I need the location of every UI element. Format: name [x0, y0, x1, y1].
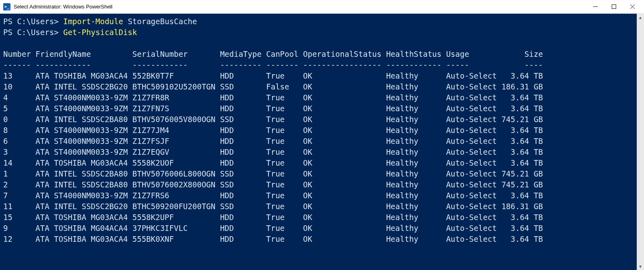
scroll-up-icon[interactable]: ▲: [637, 14, 644, 21]
terminal-area[interactable]: PS C:\Users> Import-Module StorageBusCac…: [0, 14, 644, 270]
table-row: 10 ATA INTEL SSDSC2BG20 BTHC509102U5200T…: [3, 81, 634, 92]
table-row: 6 ATA ST4000NM0033-9ZM Z1Z7FSJF HDD True…: [3, 136, 634, 147]
scroll-down-icon[interactable]: ▼: [637, 263, 644, 270]
window-titlebar: >_ Select Administrator: Windows PowerSh…: [0, 0, 644, 14]
cmdlet: Get-PhysicalDisk: [63, 28, 137, 37]
vertical-scrollbar[interactable]: ▲ ▼: [637, 14, 644, 270]
command-line: PS C:\Users> Import-Module StorageBusCac…: [3, 16, 634, 27]
table-row: 11 ATA INTEL SSDSC2BG20 BTHC509200FU200T…: [3, 201, 634, 212]
svg-rect-1: [612, 5, 616, 9]
command-line: PS C:\Users> Get-PhysicalDisk: [3, 27, 634, 38]
table-row: 15 ATA TOSHIBA MG03ACA4 5558K2UPF HDD Tr…: [3, 212, 634, 223]
prompt: PS C:\Users>: [3, 17, 63, 26]
table-row: 4 ATA ST4000NM0033-9ZM Z1Z7FR8R HDD True…: [3, 92, 634, 103]
table-row: 0 ATA INTEL SSDSC2BA80 BTHV5076005V800OG…: [3, 114, 634, 125]
table-row: 14 ATA TOSHIBA MG03ACA4 5558K2UOF HDD Tr…: [3, 158, 634, 168]
maximize-button[interactable]: [604, 0, 623, 14]
terminal-output[interactable]: PS C:\Users> Import-Module StorageBusCac…: [0, 14, 637, 270]
table-row: 12 ATA TOSHIBA MG03ACA4 555BK0XNF HDD Tr…: [3, 234, 634, 245]
table-row: 9 ATA TOSHIBA MG04ACA4 37PHKC3IFVLC HDD …: [3, 223, 634, 234]
close-button[interactable]: [623, 0, 642, 14]
table-row: 5 ATA ST4000NM0033-9ZM Z1Z7FN7S HDD True…: [3, 103, 634, 114]
table-row: 3 ATA ST4000NM0033-9ZM Z1Z7EQGV HDD True…: [3, 147, 634, 158]
table-row: 1 ATA INTEL SSDSC2BA80 BTHV5076006L800OG…: [3, 168, 634, 179]
argument: StorageBusCache: [123, 17, 197, 26]
table-row: 7 ATA ST4000NM0033-9ZM Z1Z7FRS6 HDD True…: [3, 190, 634, 201]
powershell-icon: >_: [3, 3, 10, 10]
table-row: 13 ATA TOSHIBA MG03ACA4 552BK0T7F HDD Tr…: [3, 71, 634, 81]
table-header: Number FriendlyName SerialNumber MediaTy…: [3, 49, 634, 60]
window-title: Select Administrator: Windows PowerShell: [14, 4, 113, 10]
minimize-button[interactable]: [586, 0, 604, 14]
table-underline: ------ ------------ ------------ -------…: [3, 60, 634, 71]
table-row: 8 ATA ST4000NM0033-9ZM Z1Z77JM4 HDD True…: [3, 125, 634, 136]
prompt: PS C:\Users>: [3, 28, 63, 37]
cmdlet: Import-Module: [63, 17, 123, 26]
table-row: 2 ATA INTEL SSDSC2BA80 BTHV5076002X800OG…: [3, 179, 634, 190]
